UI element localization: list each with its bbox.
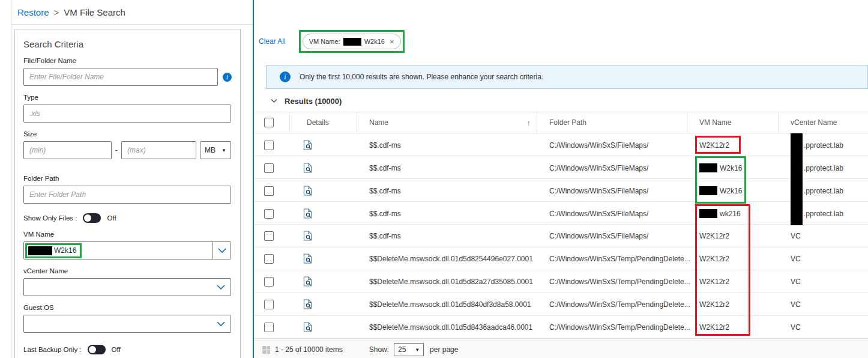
- column-header-folder-path[interactable]: Folder Path: [537, 112, 687, 133]
- info-icon[interactable]: i: [223, 73, 232, 82]
- last-backup-only-state: Off: [112, 346, 121, 353]
- show-only-files-state: Off: [107, 214, 116, 222]
- table-row: $$.cdf-ms C:/Windows/WinSxS/FileMaps/ wk…: [254, 202, 868, 225]
- row-cell-folder-path: C:/Windows/WinSxS/Temp/PendingDelete...: [537, 316, 687, 338]
- vm-name-dropdown-button[interactable]: [212, 242, 231, 259]
- vm-name-text: W2k16: [720, 164, 742, 172]
- column-header-name[interactable]: Name ↑: [357, 112, 537, 133]
- row-checkbox[interactable]: [264, 323, 274, 332]
- vm-name-text: W2K12r2: [699, 323, 729, 332]
- header-cell-checkbox: [254, 112, 290, 133]
- row-checkbox[interactable]: [264, 186, 274, 196]
- collapse-chevron-icon[interactable]: [271, 99, 277, 103]
- vcenter-name-text: .pprotect.lab: [804, 187, 843, 195]
- column-header-vcenter-name[interactable]: vCenter Name: [779, 112, 868, 133]
- file-search-icon[interactable]: [303, 322, 312, 332]
- table-row: $$.cdf-ms C:/Windows/WinSxS/FileMaps/ W2…: [254, 156, 868, 179]
- row-cell-vcenter-name: VC: [779, 225, 868, 247]
- size-min-input[interactable]: [23, 141, 112, 159]
- page-size-select[interactable]: 25 ▼: [394, 343, 424, 356]
- row-checkbox[interactable]: [264, 300, 274, 309]
- row-cell-name: $$DeleteMe.mswsock.dll.01d5d8436aadca46.…: [357, 316, 537, 338]
- chip-value: W2k16: [364, 38, 385, 45]
- size-max-input[interactable]: [121, 141, 196, 159]
- vm-name-input[interactable]: W2k16: [24, 242, 212, 259]
- vm-name-text: W2K12r2: [699, 255, 729, 263]
- vm-file-search-page: Restore > VM File Search Search Criteria…: [0, 0, 868, 358]
- row-cell-vcenter-name: VC: [779, 270, 868, 293]
- breadcrumb-restore-link[interactable]: Restore: [17, 7, 49, 17]
- row-checkbox[interactable]: [264, 209, 274, 219]
- row-cell-vcenter-name: .pprotect.lab: [779, 156, 868, 180]
- row-cell-vm-name: wk216: [687, 202, 779, 225]
- size-range-separator: -: [115, 146, 118, 154]
- row-cell-details: [290, 133, 357, 157]
- vcenter-name-text: VC: [791, 323, 801, 332]
- chip-close-icon[interactable]: ×: [390, 37, 394, 46]
- type-input[interactable]: [23, 105, 231, 123]
- dropdown-arrow-icon: ▼: [415, 347, 420, 353]
- clear-all-link[interactable]: Clear All: [259, 37, 286, 46]
- row-cell-details: [290, 293, 357, 315]
- row-cell-folder-path: C:/Windows/WinSxS/FileMaps/: [537, 202, 687, 225]
- annotation-green-vm-input: W2k16: [25, 243, 82, 258]
- file-folder-name-input[interactable]: [23, 68, 218, 86]
- size-unit-select[interactable]: MB ▼: [200, 141, 231, 159]
- show-only-files-toggle[interactable]: [83, 213, 101, 223]
- row-cell-folder-path: C:/Windows/WinSxS/FileMaps/: [537, 225, 687, 247]
- vm-name-text: W2k16: [720, 187, 742, 195]
- vm-name-text: W2K12r2: [699, 300, 729, 309]
- file-search-icon[interactable]: [303, 231, 312, 241]
- file-search-icon[interactable]: [303, 299, 312, 309]
- info-banner: i Only the first 10,000 results are show…: [266, 65, 868, 89]
- last-backup-only-toggle[interactable]: [88, 345, 106, 354]
- pagination-range: 1 - 25 of 10000 items: [275, 345, 343, 354]
- row-checkbox[interactable]: [264, 277, 274, 287]
- sort-ascending-icon[interactable]: ↑: [527, 118, 531, 127]
- vm-name-combobox[interactable]: W2k16: [23, 241, 231, 259]
- row-cell-checkbox: [254, 225, 290, 247]
- row-cell-folder-path: C:/Windows/WinSxS/FileMaps/: [537, 179, 687, 202]
- row-cell-vm-name: W2K12r2: [687, 247, 779, 270]
- breadcrumb: Restore > VM File Search: [17, 7, 125, 17]
- row-cell-details: [290, 270, 357, 293]
- select-all-checkbox[interactable]: [264, 118, 274, 127]
- row-cell-details: [290, 316, 357, 338]
- row-cell-vm-name: W2K12r2: [687, 133, 779, 157]
- row-cell-checkbox: [254, 133, 290, 157]
- row-checkbox[interactable]: [264, 141, 274, 150]
- folder-path-input[interactable]: [23, 186, 231, 204]
- row-checkbox[interactable]: [264, 231, 274, 241]
- row-cell-vcenter-name: VC: [779, 293, 868, 315]
- row-cell-vm-name: W2K12r2: [687, 225, 779, 247]
- column-header-details[interactable]: Details: [290, 112, 357, 133]
- file-search-icon[interactable]: [303, 186, 312, 196]
- file-search-icon[interactable]: [303, 140, 312, 150]
- row-cell-name: $$.cdf-ms: [357, 156, 537, 180]
- vcenter-name-text: VC: [791, 278, 801, 286]
- column-header-name-label: Name: [369, 118, 388, 127]
- results-table: Details Name ↑ Folder Path VM Name vCent…: [254, 112, 868, 339]
- file-search-icon[interactable]: [303, 253, 312, 264]
- file-search-icon[interactable]: [303, 208, 312, 219]
- filter-chip-vm-name[interactable]: VM Name: W2k16 ×: [303, 34, 401, 49]
- vcenter-name-text: VC: [791, 300, 801, 309]
- row-cell-checkbox: [254, 247, 290, 270]
- redaction-box: [699, 209, 717, 218]
- file-search-icon[interactable]: [303, 276, 312, 287]
- column-header-vm-name[interactable]: VM Name: [687, 112, 779, 133]
- guest-os-select[interactable]: [23, 315, 231, 333]
- vcenter-name-select[interactable]: [23, 278, 231, 296]
- row-cell-details: [290, 202, 357, 225]
- row-checkbox[interactable]: [264, 254, 274, 264]
- row-cell-checkbox: [254, 270, 290, 293]
- redaction-bar: [791, 202, 803, 225]
- row-checkbox[interactable]: [264, 163, 274, 173]
- left-rail: [0, 0, 11, 358]
- chip-label: VM Name:: [309, 38, 340, 45]
- file-search-icon[interactable]: [303, 163, 312, 173]
- vm-name-text: W2K12r2: [699, 278, 729, 286]
- row-cell-name: $$.cdf-ms: [357, 133, 537, 157]
- guest-os-label: Guest OS: [23, 304, 232, 311]
- table-row: $$.cdf-ms C:/Windows/WinSxS/FileMaps/ W2…: [254, 133, 868, 156]
